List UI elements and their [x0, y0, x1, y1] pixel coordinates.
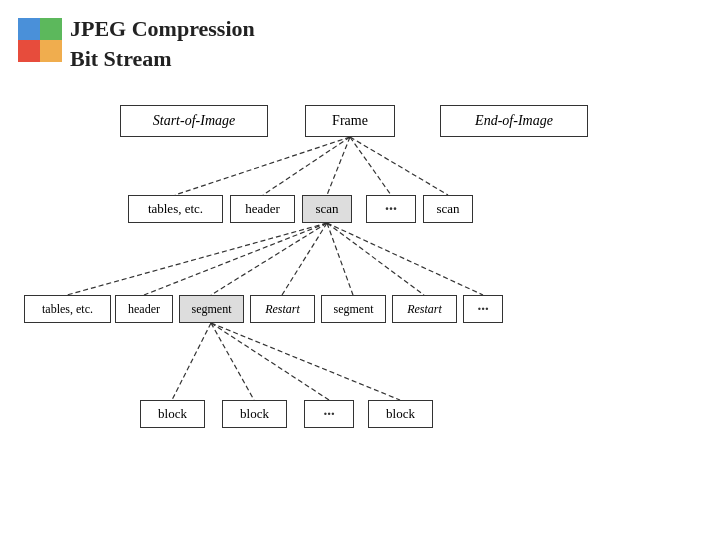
- box-tables3: tables, etc.: [24, 295, 111, 323]
- box-scan2a: scan: [302, 195, 352, 223]
- svg-line-13: [211, 323, 254, 400]
- logo-quad-br: [40, 40, 62, 62]
- svg-line-0: [175, 137, 350, 195]
- box-tables2: tables, etc.: [128, 195, 223, 223]
- logo-quad-tl: [18, 18, 40, 40]
- box-restart3b: Restart: [392, 295, 457, 323]
- title-line2: Bit Stream: [70, 44, 255, 74]
- svg-line-14: [211, 323, 329, 400]
- svg-line-4: [350, 137, 448, 195]
- dots-row2: ···: [366, 195, 416, 223]
- box-header2: header: [230, 195, 295, 223]
- box-block4c: block: [368, 400, 433, 428]
- logo-quad-tr: [40, 18, 62, 40]
- svg-line-5: [67, 223, 327, 295]
- box-restart3a: Restart: [250, 295, 315, 323]
- diagram: Start-of-Image Frame End-of-Image tables…: [10, 95, 710, 525]
- logo: [18, 18, 62, 62]
- svg-line-3: [350, 137, 391, 195]
- svg-line-7: [211, 223, 327, 295]
- box-eoi: End-of-Image: [440, 105, 588, 137]
- svg-line-2: [327, 137, 350, 195]
- svg-line-15: [211, 323, 400, 400]
- dots-row4: ···: [304, 400, 354, 428]
- box-segment3a: segment: [179, 295, 244, 323]
- slide-title: JPEG Compression Bit Stream: [70, 14, 255, 73]
- box-segment3b: segment: [321, 295, 386, 323]
- svg-line-8: [282, 223, 327, 295]
- box-block4b: block: [222, 400, 287, 428]
- box-frame: Frame: [305, 105, 395, 137]
- svg-line-9: [327, 223, 353, 295]
- svg-line-12: [172, 323, 211, 400]
- logo-quad-bl: [18, 40, 40, 62]
- box-scan2b: scan: [423, 195, 473, 223]
- title-line1: JPEG Compression: [70, 14, 255, 44]
- box-soi: Start-of-Image: [120, 105, 268, 137]
- svg-line-1: [263, 137, 350, 195]
- box-header3: header: [115, 295, 173, 323]
- box-block4a: block: [140, 400, 205, 428]
- svg-line-11: [327, 223, 483, 295]
- svg-line-10: [327, 223, 424, 295]
- dots-row3: ···: [463, 295, 503, 323]
- svg-line-6: [144, 223, 327, 295]
